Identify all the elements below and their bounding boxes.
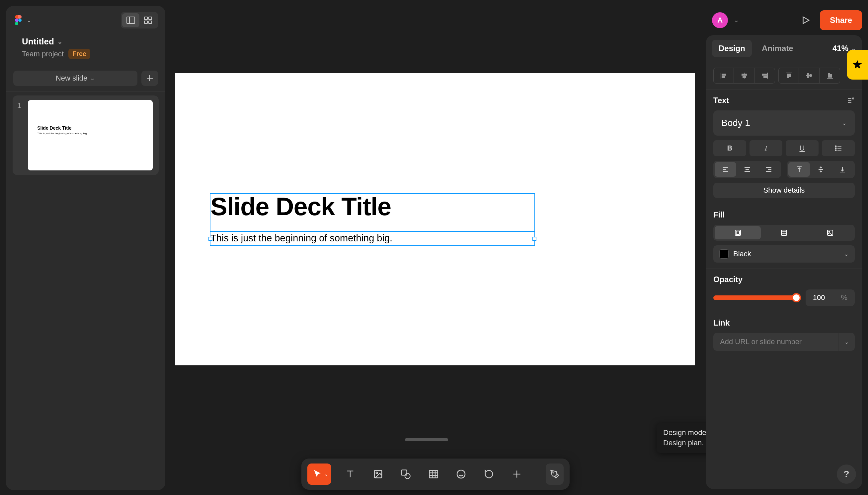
right-panel-tabs: Design Animate 41% ⌄ (706, 35, 862, 62)
svg-point-70 (829, 232, 830, 233)
align-bottom-button[interactable] (820, 68, 840, 84)
opacity-value: 100 (813, 293, 825, 302)
fill-image-tab[interactable] (807, 226, 853, 239)
svg-rect-4 (144, 21, 147, 23)
present-button[interactable] (797, 12, 814, 29)
list-button[interactable] (822, 140, 855, 156)
team-name[interactable]: Team project (22, 50, 64, 58)
opacity-section-title: Opacity (713, 275, 742, 284)
fill-gradient-tab[interactable] (761, 226, 807, 239)
svg-point-65 (783, 232, 783, 232)
text-valign-top-button[interactable] (788, 162, 810, 177)
fill-solid-tab[interactable] (715, 226, 761, 239)
fill-color-select[interactable]: Black ⌄ (713, 245, 855, 262)
text-align-right-button[interactable] (758, 162, 780, 177)
svg-rect-23 (722, 76, 725, 78)
svg-point-42 (835, 148, 836, 149)
text-settings-icon[interactable] (847, 97, 855, 104)
grid-view-button[interactable] (140, 13, 157, 27)
help-button[interactable]: ? (837, 464, 856, 484)
single-slide-view-button[interactable] (122, 13, 140, 27)
design-tab[interactable]: Design (712, 40, 752, 57)
text-halign-segment (713, 161, 781, 178)
text-style-select[interactable]: Body 1 ⌄ (713, 110, 855, 136)
left-panel-header: ⌄ (6, 6, 165, 33)
table-tool-button[interactable] (425, 463, 442, 485)
plan-badge: Free (68, 49, 90, 59)
design-mode-button[interactable] (546, 463, 563, 485)
sticker-tool-button[interactable] (453, 463, 470, 485)
text-align-center-button[interactable] (736, 162, 758, 177)
align-left-button[interactable] (713, 68, 734, 84)
doc-title-row: Untitled ⌄ (6, 33, 165, 49)
svg-rect-29 (764, 76, 766, 78)
align-vcenter-button[interactable] (799, 68, 820, 84)
italic-button[interactable]: I (750, 140, 782, 156)
thumb-title: Slide Deck Title (37, 125, 71, 131)
svg-point-66 (785, 232, 785, 232)
svg-rect-34 (807, 73, 809, 78)
text-valign-segment (787, 161, 855, 178)
opacity-slider[interactable] (713, 292, 801, 303)
align-right-button[interactable] (754, 68, 775, 84)
chevron-down-icon: ⌄ (90, 74, 95, 82)
slider-thumb[interactable] (792, 293, 801, 302)
canvas-area[interactable]: Slide Deck Title This is just the beginn… (166, 0, 705, 495)
text-tool-button[interactable] (341, 463, 359, 485)
bottom-toolbar: ⌄ (301, 459, 570, 490)
slide-thumbnail-item[interactable]: 1 Slide Deck Title This is just the begi… (13, 96, 159, 175)
vertical-align-group (779, 68, 840, 84)
align-top-button[interactable] (779, 68, 799, 84)
user-avatar[interactable]: A (712, 12, 728, 28)
figma-logo-icon (13, 15, 23, 25)
svg-rect-26 (743, 76, 746, 78)
text-valign-middle-button[interactable] (810, 162, 832, 177)
svg-rect-37 (828, 73, 830, 77)
underline-button[interactable]: U (786, 140, 819, 156)
slide-subtitle-text[interactable]: This is just the beginning of something … (210, 233, 392, 244)
avatar-initial: A (717, 16, 723, 24)
svg-rect-25 (742, 74, 747, 75)
chevron-down-icon: ⌄ (58, 38, 62, 46)
side-action-tab[interactable] (847, 50, 868, 80)
svg-rect-12 (429, 471, 438, 478)
new-slide-button[interactable]: New slide ⌄ (13, 71, 137, 86)
svg-point-67 (783, 234, 783, 234)
comment-tool-button[interactable] (480, 463, 498, 485)
svg-rect-63 (736, 231, 739, 234)
shape-tool-button[interactable] (397, 463, 414, 485)
link-dropdown-button[interactable]: ⌄ (838, 333, 855, 351)
resize-handle-right[interactable] (533, 237, 536, 241)
show-details-button[interactable]: Show details (713, 183, 855, 198)
text-align-left-button[interactable] (715, 162, 736, 177)
slide-canvas[interactable]: Slide Deck Title This is just the beginn… (175, 73, 695, 365)
text-section-title: Text (713, 96, 729, 105)
add-more-button[interactable] (508, 463, 526, 485)
svg-point-40 (835, 146, 836, 147)
image-tool-button[interactable] (369, 463, 387, 485)
slide-title-text[interactable]: Slide Deck Title (210, 192, 391, 221)
share-button[interactable]: Share (820, 10, 862, 30)
link-url-input[interactable]: Add URL or slide number (713, 333, 838, 351)
link-section-title: Link (713, 318, 730, 328)
chevron-down-icon: ⌄ (844, 250, 849, 258)
fill-section-title: Fill (713, 210, 725, 220)
link-input-row: Add URL or slide number ⌄ (713, 333, 855, 351)
opacity-unit: % (841, 293, 848, 302)
move-tool-button[interactable]: ⌄ (307, 463, 331, 485)
doc-title[interactable]: Untitled ⌄ (22, 36, 158, 47)
chevron-down-icon[interactable]: ⌄ (734, 17, 739, 24)
horizontal-scrollbar[interactable] (405, 438, 448, 441)
bold-button[interactable]: B (713, 140, 746, 156)
text-valign-bottom-button[interactable] (832, 162, 853, 177)
add-slide-button[interactable] (142, 71, 158, 86)
align-hcenter-button[interactable] (734, 68, 754, 84)
main-menu[interactable]: ⌄ (13, 15, 32, 25)
new-slide-label: New slide (56, 74, 87, 83)
opacity-input[interactable]: 100 % (806, 289, 855, 306)
toolbar-divider (536, 466, 536, 482)
animate-tab[interactable]: Animate (755, 40, 800, 57)
zoom-value: 41% (833, 44, 848, 53)
svg-point-17 (457, 470, 465, 478)
chevron-down-icon: ⌄ (842, 119, 847, 127)
